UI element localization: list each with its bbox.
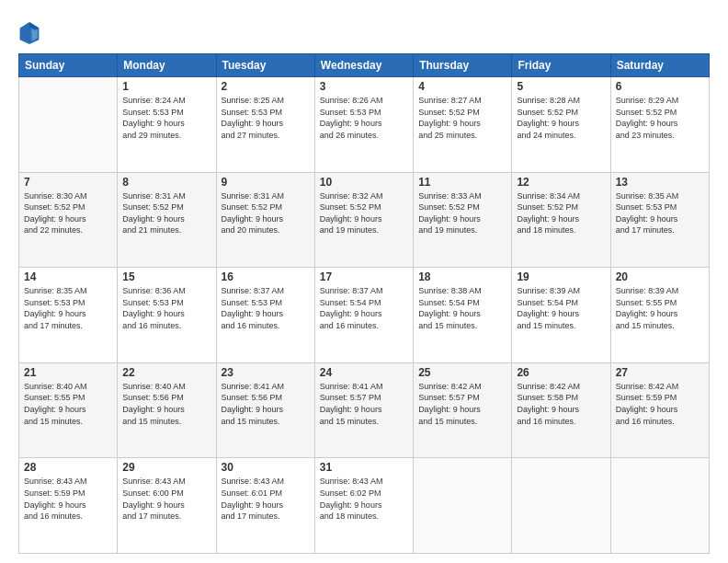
- calendar-cell: 23Sunrise: 8:41 AMSunset: 5:56 PMDayligh…: [216, 362, 314, 458]
- calendar-cell: 16Sunrise: 8:37 AMSunset: 5:53 PMDayligh…: [216, 268, 314, 363]
- day-number: 16: [222, 270, 310, 283]
- day-number: 6: [616, 80, 704, 93]
- day-number: 31: [320, 461, 408, 474]
- day-info: Sunrise: 8:38 AMSunset: 5:54 PMDaylight:…: [418, 285, 506, 331]
- day-number: 25: [418, 366, 506, 379]
- day-number: 18: [418, 270, 506, 283]
- day-info: Sunrise: 8:36 AMSunset: 5:53 PMDaylight:…: [122, 285, 210, 331]
- calendar-cell: [414, 458, 512, 554]
- day-info: Sunrise: 8:41 AMSunset: 5:57 PMDaylight:…: [320, 381, 408, 427]
- calendar-week-4: 28Sunrise: 8:43 AMSunset: 5:59 PMDayligh…: [19, 458, 710, 554]
- day-number: 23: [222, 366, 310, 379]
- day-info: Sunrise: 8:33 AMSunset: 5:52 PMDaylight:…: [418, 190, 506, 236]
- day-info: Sunrise: 8:32 AMSunset: 5:52 PMDaylight:…: [320, 190, 408, 236]
- calendar-cell: 10Sunrise: 8:32 AMSunset: 5:52 PMDayligh…: [314, 172, 413, 268]
- day-number: 2: [222, 80, 310, 93]
- day-number: 10: [320, 176, 408, 189]
- calendar-cell: 1Sunrise: 8:24 AMSunset: 5:53 PMDaylight…: [118, 77, 216, 173]
- calendar-cell: 7Sunrise: 8:30 AMSunset: 5:52 PMDaylight…: [19, 172, 118, 268]
- calendar-cell: [512, 458, 610, 554]
- day-number: 15: [122, 270, 210, 283]
- day-number: 8: [122, 176, 210, 189]
- calendar-week-3: 21Sunrise: 8:40 AMSunset: 5:55 PMDayligh…: [19, 362, 710, 458]
- day-info: Sunrise: 8:39 AMSunset: 5:54 PMDaylight:…: [517, 285, 605, 331]
- calendar-cell: 14Sunrise: 8:35 AMSunset: 5:53 PMDayligh…: [19, 268, 118, 363]
- calendar-cell: 9Sunrise: 8:31 AMSunset: 5:52 PMDaylight…: [216, 172, 314, 268]
- day-number: 17: [320, 270, 408, 283]
- day-info: Sunrise: 8:37 AMSunset: 5:53 PMDaylight:…: [222, 285, 310, 331]
- calendar-cell: 28Sunrise: 8:43 AMSunset: 5:59 PMDayligh…: [19, 458, 118, 554]
- calendar-week-1: 7Sunrise: 8:30 AMSunset: 5:52 PMDaylight…: [19, 172, 710, 268]
- day-number: 5: [517, 80, 605, 93]
- day-info: Sunrise: 8:25 AMSunset: 5:53 PMDaylight:…: [222, 95, 310, 141]
- day-number: 30: [222, 461, 310, 474]
- day-number: 4: [418, 80, 506, 93]
- day-info: Sunrise: 8:43 AMSunset: 6:00 PMDaylight:…: [122, 476, 210, 522]
- calendar-cell: 29Sunrise: 8:43 AMSunset: 6:00 PMDayligh…: [118, 458, 216, 554]
- calendar-cell: 26Sunrise: 8:42 AMSunset: 5:58 PMDayligh…: [512, 362, 610, 458]
- day-number: 26: [517, 366, 605, 379]
- calendar-cell: 8Sunrise: 8:31 AMSunset: 5:52 PMDaylight…: [118, 172, 216, 268]
- calendar-cell: 30Sunrise: 8:43 AMSunset: 6:01 PMDayligh…: [216, 458, 314, 554]
- calendar-cell: 25Sunrise: 8:42 AMSunset: 5:57 PMDayligh…: [414, 362, 512, 458]
- calendar-header-monday: Monday: [118, 54, 216, 77]
- day-number: 9: [222, 176, 310, 189]
- day-number: 1: [122, 80, 210, 93]
- header: [18, 17, 710, 46]
- day-number: 20: [616, 270, 704, 283]
- calendar-cell: 5Sunrise: 8:28 AMSunset: 5:52 PMDaylight…: [512, 77, 610, 173]
- day-info: Sunrise: 8:26 AMSunset: 5:53 PMDaylight:…: [320, 95, 408, 141]
- day-number: 21: [24, 366, 112, 379]
- calendar-cell: 20Sunrise: 8:39 AMSunset: 5:55 PMDayligh…: [610, 268, 709, 363]
- calendar-header-row: SundayMondayTuesdayWednesdayThursdayFrid…: [19, 54, 710, 77]
- page: SundayMondayTuesdayWednesdayThursdayFrid…: [0, 0, 728, 563]
- calendar-cell: 17Sunrise: 8:37 AMSunset: 5:54 PMDayligh…: [314, 268, 413, 363]
- day-info: Sunrise: 8:42 AMSunset: 5:58 PMDaylight:…: [517, 381, 605, 427]
- calendar-cell: 18Sunrise: 8:38 AMSunset: 5:54 PMDayligh…: [414, 268, 512, 363]
- day-info: Sunrise: 8:35 AMSunset: 5:53 PMDaylight:…: [24, 285, 112, 331]
- calendar-cell: [19, 77, 118, 173]
- day-info: Sunrise: 8:39 AMSunset: 5:55 PMDaylight:…: [616, 285, 704, 331]
- day-info: Sunrise: 8:43 AMSunset: 6:02 PMDaylight:…: [320, 476, 408, 522]
- day-number: 22: [122, 366, 210, 379]
- calendar-cell: 22Sunrise: 8:40 AMSunset: 5:56 PMDayligh…: [118, 362, 216, 458]
- day-info: Sunrise: 8:37 AMSunset: 5:54 PMDaylight:…: [320, 285, 408, 331]
- calendar-cell: 15Sunrise: 8:36 AMSunset: 5:53 PMDayligh…: [118, 268, 216, 363]
- day-info: Sunrise: 8:42 AMSunset: 5:57 PMDaylight:…: [418, 381, 506, 427]
- calendar-cell: 6Sunrise: 8:29 AMSunset: 5:52 PMDaylight…: [610, 77, 709, 173]
- day-number: 27: [616, 366, 704, 379]
- calendar-header-friday: Friday: [512, 54, 610, 77]
- calendar-cell: 21Sunrise: 8:40 AMSunset: 5:55 PMDayligh…: [19, 362, 118, 458]
- day-info: Sunrise: 8:40 AMSunset: 5:55 PMDaylight:…: [24, 381, 112, 427]
- calendar-cell: 12Sunrise: 8:34 AMSunset: 5:52 PMDayligh…: [512, 172, 610, 268]
- calendar-header-sunday: Sunday: [19, 54, 118, 77]
- day-number: 24: [320, 366, 408, 379]
- calendar-table: SundayMondayTuesdayWednesdayThursdayFrid…: [18, 53, 710, 554]
- calendar-header-saturday: Saturday: [610, 54, 709, 77]
- day-number: 14: [24, 270, 112, 283]
- day-info: Sunrise: 8:42 AMSunset: 5:59 PMDaylight:…: [616, 381, 704, 427]
- day-number: 13: [616, 176, 704, 189]
- day-info: Sunrise: 8:24 AMSunset: 5:53 PMDaylight:…: [122, 95, 210, 141]
- day-number: 19: [517, 270, 605, 283]
- calendar-header-wednesday: Wednesday: [314, 54, 413, 77]
- day-number: 12: [517, 176, 605, 189]
- calendar-cell: 13Sunrise: 8:35 AMSunset: 5:53 PMDayligh…: [610, 172, 709, 268]
- calendar-cell: 4Sunrise: 8:27 AMSunset: 5:52 PMDaylight…: [414, 77, 512, 173]
- calendar-cell: [610, 458, 709, 554]
- calendar-week-2: 14Sunrise: 8:35 AMSunset: 5:53 PMDayligh…: [19, 268, 710, 363]
- calendar-cell: 27Sunrise: 8:42 AMSunset: 5:59 PMDayligh…: [610, 362, 709, 458]
- logo: [18, 20, 42, 46]
- calendar-cell: 19Sunrise: 8:39 AMSunset: 5:54 PMDayligh…: [512, 268, 610, 363]
- day-info: Sunrise: 8:28 AMSunset: 5:52 PMDaylight:…: [517, 95, 605, 141]
- day-number: 29: [122, 461, 210, 474]
- day-info: Sunrise: 8:30 AMSunset: 5:52 PMDaylight:…: [24, 190, 112, 236]
- day-number: 28: [24, 461, 112, 474]
- day-number: 7: [24, 176, 112, 189]
- calendar-header-thursday: Thursday: [414, 54, 512, 77]
- day-number: 11: [418, 176, 506, 189]
- day-info: Sunrise: 8:43 AMSunset: 6:01 PMDaylight:…: [222, 476, 310, 522]
- day-info: Sunrise: 8:40 AMSunset: 5:56 PMDaylight:…: [122, 381, 210, 427]
- day-number: 3: [320, 80, 408, 93]
- day-info: Sunrise: 8:31 AMSunset: 5:52 PMDaylight:…: [122, 190, 210, 236]
